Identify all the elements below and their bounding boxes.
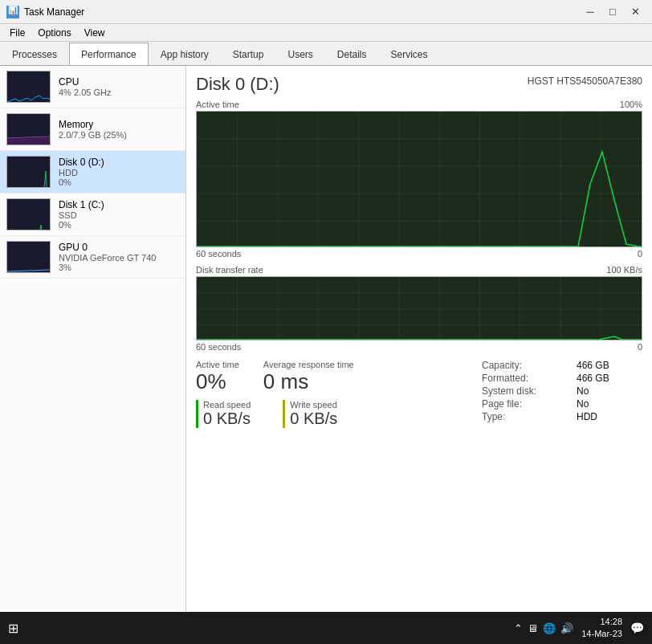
disk0-info: Disk 0 (D:) HDD 0% <box>59 157 179 187</box>
taskbar: ⊞ ⌃ 🖥 🌐 🔊 14:28 14-Mar-23 💬 <box>0 612 652 644</box>
bottom-stats: Active time 0% Average response time 0 m… <box>196 360 642 428</box>
svg-rect-21 <box>197 277 642 340</box>
gpu-pct: 3% <box>59 263 179 272</box>
capacity-row: Capacity: 466 GB <box>482 360 642 371</box>
disk1-mini-chart <box>7 199 51 230</box>
tab-performance[interactable]: Performance <box>69 43 149 65</box>
write-speed-block: Write speed 0 KB/s <box>283 400 353 428</box>
tab-app-history[interactable]: App history <box>149 43 221 65</box>
disk0-thumbnail <box>6 156 51 188</box>
gpu-mini-chart <box>7 242 51 273</box>
disk0-name: Disk 0 (D:) <box>59 157 179 168</box>
avg-response-stat: Average response time 0 ms <box>263 360 354 392</box>
device-item-cpu[interactable]: CPU 4% 2.05 GHz <box>0 66 185 108</box>
page-file-row: Page file: No <box>482 398 642 410</box>
volume-icon[interactable]: 🔊 <box>560 622 573 634</box>
chart1-label-right: 100% <box>620 100 642 109</box>
formatted-row: Formatted: 466 GB <box>482 373 642 384</box>
memory-info: Memory 2.0/7.9 GB (25%) <box>59 119 179 140</box>
read-speed-block: Read speed 0 KB/s <box>196 400 267 428</box>
chart1-footer: 60 seconds 0 <box>196 249 642 259</box>
memory-stats: 2.0/7.9 GB (25%) <box>59 130 179 140</box>
type-val: HDD <box>577 411 597 422</box>
stats-left: Active time 0% Average response time 0 m… <box>196 360 482 428</box>
chart2-footer-left: 60 seconds <box>196 342 241 352</box>
disk1-name: Disk 1 (C:) <box>59 199 179 210</box>
window-title: Task Manager <box>24 6 84 18</box>
memory-thumbnail <box>6 113 51 145</box>
write-speed-value: 0 KB/s <box>290 410 337 428</box>
type-row: Type: HDD <box>482 411 642 422</box>
menu-file[interactable]: File <box>3 26 31 40</box>
system-tray-icons: ⌃ 🖥 🌐 🔊 <box>514 622 573 634</box>
cpu-stats: 4% 2.05 GHz <box>59 88 179 97</box>
disk1-type: SSD <box>59 210 179 220</box>
chevron-tray-icon[interactable]: ⌃ <box>514 622 523 634</box>
svg-rect-0 <box>7 71 51 103</box>
app-icon: 📊 <box>6 6 19 18</box>
active-time-label: Active time <box>196 360 239 369</box>
chart2-labels: Disk transfer rate 100 KB/s <box>196 265 642 275</box>
taskbar-left: ⊞ <box>8 621 18 636</box>
system-disk-key: System disk: <box>482 385 570 397</box>
chart1-footer-right: 0 <box>638 249 642 259</box>
menu-options[interactable]: Options <box>31 26 77 40</box>
device-list: CPU 4% 2.05 GHz Memory 2.0/7.9 GB (25%) <box>0 66 186 612</box>
disk1-info: Disk 1 (C:) SSD 0% <box>59 199 179 230</box>
tab-startup[interactable]: Startup <box>221 43 276 65</box>
device-item-disk0[interactable]: Disk 0 (D:) HDD 0% <box>0 151 185 194</box>
tab-users[interactable]: Users <box>275 43 324 65</box>
page-file-key: Page file: <box>482 398 570 410</box>
speed-row: Read speed 0 KB/s Write speed 0 KB/s <box>196 400 482 428</box>
tab-details[interactable]: Details <box>325 43 379 65</box>
chart2-footer: 60 seconds 0 <box>196 342 642 352</box>
cpu-info: CPU 4% 2.05 GHz <box>59 76 179 97</box>
disk0-type: HDD <box>59 168 179 177</box>
start-icon[interactable]: ⊞ <box>8 621 18 636</box>
device-item-disk1[interactable]: Disk 1 (C:) SSD 0% <box>0 194 185 236</box>
type-key: Type: <box>482 411 570 422</box>
menu-bar: File Options View <box>0 24 652 42</box>
clock-date: 14-Mar-23 <box>581 628 622 640</box>
maximize-button[interactable]: □ <box>602 4 623 20</box>
chart1-label-left: Active time <box>196 100 239 109</box>
memory-mini-chart <box>7 114 51 145</box>
memory-name: Memory <box>59 119 179 130</box>
disk-title: Disk 0 (D:) <box>196 74 279 95</box>
title-bar: 📊 Task Manager ─ □ ✕ <box>0 0 652 24</box>
main-content: CPU 4% 2.05 GHz Memory 2.0/7.9 GB (25%) <box>0 66 652 612</box>
page-file-val: No <box>577 398 589 410</box>
gpu-name: GPU 0 <box>59 242 179 253</box>
disk-model: HGST HTS545050A7E380 <box>528 75 642 87</box>
cpu-mini-chart <box>7 71 51 103</box>
read-speed-value: 0 KB/s <box>203 410 251 428</box>
close-button[interactable]: ✕ <box>625 4 646 20</box>
capacity-key: Capacity: <box>482 360 570 371</box>
svg-rect-6 <box>197 112 642 247</box>
tab-services[interactable]: Services <box>379 43 440 65</box>
disk0-mini-chart <box>7 157 51 188</box>
notification-icon[interactable]: 💬 <box>630 622 644 634</box>
formatted-key: Formatted: <box>482 373 570 384</box>
taskbar-right: ⌃ 🖥 🌐 🔊 14:28 14-Mar-23 💬 <box>514 616 644 641</box>
display-icon[interactable]: 🖥 <box>528 622 538 634</box>
taskbar-clock[interactable]: 14:28 14-Mar-23 <box>581 616 622 641</box>
avg-response-value: 0 ms <box>263 371 354 392</box>
device-item-gpu[interactable]: GPU 0 NVIDIA GeForce GT 740 3% <box>0 236 185 279</box>
tab-processes[interactable]: Processes <box>0 43 69 65</box>
window-controls: ─ □ ✕ <box>580 4 646 20</box>
detail-panel: Disk 0 (D:) HGST HTS545050A7E380 Active … <box>186 66 652 612</box>
network-icon[interactable]: 🌐 <box>543 622 556 634</box>
avg-response-label: Average response time <box>263 360 354 369</box>
transfer-rate-svg <box>197 277 642 340</box>
disk1-thumbnail <box>6 198 51 230</box>
write-speed-label: Write speed <box>290 400 337 410</box>
device-item-memory[interactable]: Memory 2.0/7.9 GB (25%) <box>0 108 185 151</box>
svg-rect-3 <box>7 157 51 188</box>
disk-header: Disk 0 (D:) HGST HTS545050A7E380 <box>196 74 642 95</box>
gpu-thumbnail <box>6 241 51 273</box>
cpu-name: CPU <box>59 76 179 88</box>
menu-view[interactable]: View <box>78 26 112 40</box>
active-time-svg <box>197 112 642 247</box>
minimize-button[interactable]: ─ <box>580 4 601 20</box>
